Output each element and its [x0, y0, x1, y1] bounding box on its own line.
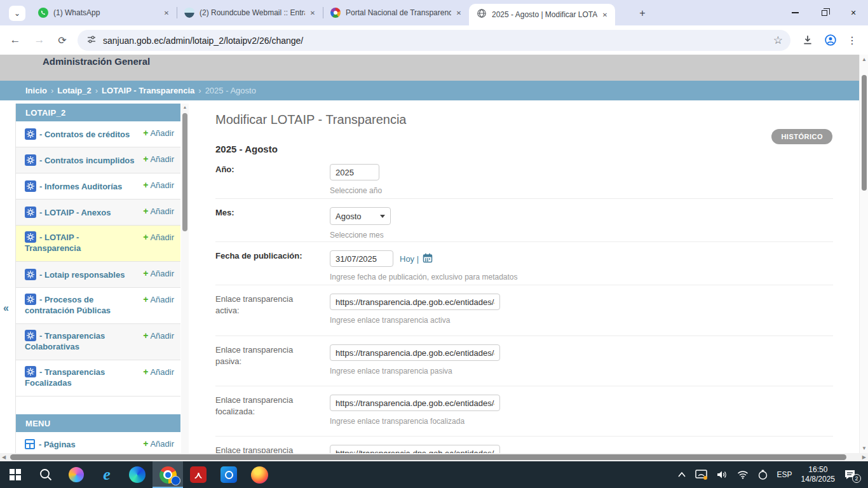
plus-icon: +: [143, 438, 148, 449]
scroll-up-icon[interactable]: ▲: [181, 105, 189, 109]
sidebar-item-contratos-incumplidos[interactable]: - Contratos incumplidos +Añadir: [16, 147, 180, 173]
sidebar-item-label: - Lotaip responsables: [39, 270, 125, 280]
close-tab-icon[interactable]: ✕: [454, 8, 464, 18]
reload-button[interactable]: ⟳: [55, 32, 70, 48]
add-link[interactable]: +Añadir: [143, 180, 174, 190]
vertical-scrollbar-thumb[interactable]: [862, 75, 867, 191]
tray-expand-icon[interactable]: [677, 471, 686, 478]
notifications-button[interactable]: 2: [844, 469, 857, 480]
add-link[interactable]: +Añadir: [143, 154, 174, 164]
sidebar-item-transparencias-colaborativas[interactable]: - Transparencias Colaborativas +Añadir: [16, 324, 180, 360]
enlace-extra-input[interactable]: [330, 445, 500, 453]
enlace-activa-input[interactable]: [330, 294, 500, 310]
page-horizontal-scrollbar[interactable]: ◀ ▶: [0, 453, 868, 461]
mes-help-text: Seleccione mes: [330, 231, 391, 240]
sidebar-item-lotaip-transparencia-selected[interactable]: - LOTAIP - Transparencia +Añadir: [16, 226, 180, 262]
taskbar-search-button[interactable]: [31, 461, 61, 488]
breadcrumb-model[interactable]: LOTAIP - Transparencia: [102, 86, 194, 95]
url-text[interactable]: sanjuan.gob.ec/admin/lotaip_2/lotaipv2/2…: [103, 36, 773, 46]
wifi-icon[interactable]: [737, 470, 749, 479]
tab-roundcube[interactable]: (2) Roundcube Webmail :: Entra ✕: [177, 0, 323, 25]
forward-button[interactable]: →: [32, 32, 47, 48]
anio-input[interactable]: [330, 164, 379, 180]
internet-explorer-button[interactable]: e: [92, 461, 122, 488]
historico-button[interactable]: HISTÓRICO: [771, 129, 832, 144]
mes-select[interactable]: Agosto: [330, 207, 391, 225]
fecha-input[interactable]: [330, 250, 393, 267]
today-link[interactable]: Hoy |: [400, 254, 419, 264]
breadcrumb-app[interactable]: Lotaip_2: [57, 86, 91, 95]
add-link[interactable]: +Añadir: [143, 367, 174, 377]
back-button[interactable]: ←: [8, 32, 23, 48]
outlook-button[interactable]: [214, 461, 244, 488]
add-link[interactable]: +Añadir: [143, 294, 174, 304]
enlace-focalizada-help-text: Ingrese enlace transparencia focalizada: [330, 417, 500, 426]
browser-menu-icon[interactable]: ⋮: [844, 32, 860, 48]
field-label-enlace-focalizada: Enlace transparencia focalizada:: [215, 395, 330, 436]
add-link[interactable]: +Añadir: [143, 438, 174, 449]
sidebar-item-transparencias-focalizadas[interactable]: - Transparencias Focalizadas +Añadir: [16, 360, 180, 396]
sidebar-item-contratos-creditos[interactable]: - Contratos de créditos +Añadir: [16, 121, 180, 147]
plus-icon: +: [143, 330, 148, 341]
tabs-container: (1) WhatsApp ✕ (2) Roundcube Webmail :: …: [31, 0, 615, 25]
page-vertical-scrollbar[interactable]: ▲ ▼: [859, 55, 868, 453]
language-indicator[interactable]: ESP: [777, 470, 792, 479]
sidebar-item-lotaip-responsables[interactable]: - Lotaip responsables +Añadir: [16, 262, 180, 288]
scroll-right-icon[interactable]: ▶: [862, 454, 866, 460]
downloads-button[interactable]: [799, 32, 816, 48]
sidebar-item-procesos-contratacion[interactable]: - Procesos de contratación Públicas +Aña…: [16, 288, 180, 324]
site-header-link[interactable]: Administración General: [43, 56, 150, 67]
new-tab-button[interactable]: +: [635, 6, 649, 20]
add-link[interactable]: +Añadir: [143, 206, 174, 216]
add-label: Añadir: [150, 128, 174, 138]
taskbar-clock[interactable]: 16:50 14/8/2025: [801, 465, 835, 484]
window-minimize-button[interactable]: [780, 0, 810, 25]
tab-portal-transparencia[interactable]: Portal Nacional de Transparenci ✕: [323, 0, 469, 25]
volume-icon[interactable]: [717, 470, 728, 480]
roundcube-icon: [184, 8, 194, 18]
display-cast-icon[interactable]: [695, 470, 708, 480]
add-link[interactable]: +Añadir: [143, 330, 174, 341]
close-tab-icon[interactable]: ✕: [600, 10, 610, 20]
scroll-down-icon[interactable]: ▼: [860, 445, 868, 451]
sidebar-scrollbar[interactable]: ▲: [181, 104, 189, 453]
sidebar-item-paginas[interactable]: - Páginas +Añadir: [16, 432, 180, 453]
copilot-button[interactable]: [61, 461, 92, 488]
profile-button[interactable]: [822, 32, 839, 48]
scroll-up-icon[interactable]: ▲: [860, 57, 868, 62]
window-restore-button[interactable]: [810, 0, 839, 25]
sidebar-scrollbar-thumb[interactable]: [182, 113, 187, 231]
breadcrumb-separator: ›: [95, 86, 98, 95]
tab-title: Portal Nacional de Transparenci: [346, 8, 451, 17]
breadcrumb-current: 2025 - Agosto: [205, 86, 256, 95]
close-tab-icon[interactable]: ✕: [161, 8, 172, 18]
scroll-left-icon[interactable]: ◀: [2, 454, 6, 460]
breadcrumb-separator: ›: [51, 86, 53, 95]
enlace-focalizada-input[interactable]: [330, 395, 500, 411]
chrome-profile-badge: [171, 476, 180, 485]
start-button[interactable]: [0, 461, 31, 488]
add-link[interactable]: +Añadir: [143, 128, 174, 138]
tab-whatsapp[interactable]: (1) WhatsApp ✕: [31, 0, 177, 25]
acrobat-button[interactable]: [183, 461, 214, 488]
tab-active-lotaip[interactable]: 2025 - Agosto | Modificar LOTA ✕: [469, 4, 615, 25]
horizontal-scrollbar-thumb[interactable]: [10, 454, 846, 460]
sidebar-item-lotaip-anexos[interactable]: - LOTAIP - Anexos +Añadir: [16, 200, 180, 226]
browser-tab-strip: ⌄ (1) WhatsApp ✕ (2) Roundcube Webmail :…: [0, 0, 868, 25]
add-link[interactable]: +Añadir: [143, 232, 174, 242]
enlace-pasiva-input[interactable]: [330, 344, 500, 361]
close-tab-icon[interactable]: ✕: [308, 8, 318, 18]
meet-now-icon[interactable]: [757, 470, 768, 480]
window-close-button[interactable]: ✕: [839, 0, 868, 25]
chrome-button-active[interactable]: [153, 461, 183, 488]
firefox-button[interactable]: [244, 461, 275, 488]
breadcrumb-home[interactable]: Inicio: [25, 86, 47, 95]
tab-search-button[interactable]: ⌄: [9, 6, 25, 21]
bookmark-star-icon[interactable]: ☆: [773, 34, 783, 47]
add-link[interactable]: +Añadir: [143, 268, 174, 278]
calendar-icon[interactable]: [423, 253, 433, 265]
address-bar[interactable]: sanjuan.gob.ec/admin/lotaip_2/lotaipv2/2…: [78, 30, 790, 51]
edge-button[interactable]: [122, 461, 153, 488]
sidebar-collapse-toggle[interactable]: «: [3, 302, 9, 314]
sidebar-item-informes-auditorias[interactable]: - Informes Auditorías +Añadir: [16, 173, 180, 200]
